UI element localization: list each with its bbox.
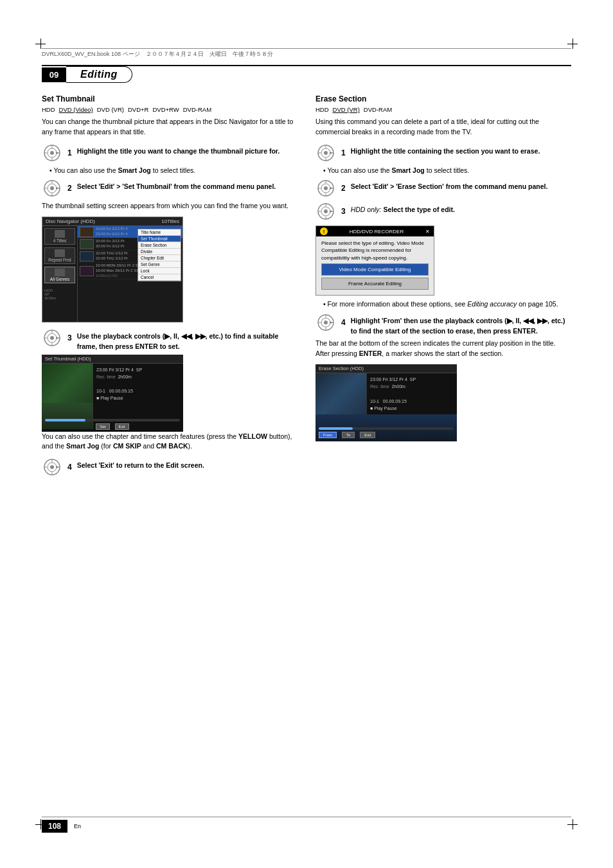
right-step1-number: 1 [341,143,346,163]
svg-point-2 [50,151,54,155]
page-number: 108 [42,820,67,833]
left-step1-text: Highlight the title you want to change t… [77,143,298,157]
left-step4-number: 4 [67,457,72,477]
left-step3-text: Use the playback controls (▶, II, ◀◀, ▶▶… [77,328,298,352]
titles-icon [55,230,65,238]
left-step2-number: 2 [67,178,72,199]
left-column: Set Thumbnail HDD DVD (Video) DVD (VR) D… [42,94,298,480]
thumb-status: ■ Play Pause [96,394,180,402]
compat-hdd: HDD [42,106,55,113]
exit-btn[interactable]: Exit [115,423,129,430]
erase-header: Erase Section (HDD) [315,364,457,373]
right-step2-icon [315,178,336,199]
set-thumbnail-screenshot: Set Thumbnail (HDD) 23:00 Fri 3/12 Pr 4 … [42,355,183,432]
hdd-dvd-dialog: ! HDD/DVD RECORDER ✕ Please select the t… [315,226,434,296]
left-step3-row: 3 Use the playback controls (▶, II, ◀◀, … [42,328,298,352]
left-section-heading: Set Thumbnail [42,94,298,103]
left-step4-row: 4 Select 'Exit' to return to the Edit sc… [42,457,298,477]
right-step4-text: Highlight 'From' then use the playback c… [351,312,571,337]
erase-section-screenshot: Erase Section (HDD) 23:00 Fri 3/12 Pr 4 … [315,364,457,441]
right-step3-note: For more information about these options… [323,299,571,310]
footer-bar: 108 En [42,817,571,833]
right-step2-text: Select 'Edit' > 'Erase Section' from the… [351,178,571,192]
disc-nav-header: Disc Navigator (HDD) 10Titles [42,217,182,226]
right-step2-number: 2 [341,178,346,199]
svg-marker-63 [330,321,333,324]
sidebar-item-titles: 4 Titles [44,228,75,245]
step2-icon [42,178,62,199]
ctx-erase-section: Erase Section [138,242,181,249]
thumb-time: 23:00 Fri 3/12 Pr 4 SP [96,366,180,373]
set-thumb-header: Set Thumbnail (HDD) [42,355,183,364]
left-step1-bullet: You can also use the Smart Jog to select… [49,166,298,176]
dialog-header: ! HDD/DVD RECORDER ✕ [316,226,434,236]
progress-bar-bg [45,419,180,421]
exit-section-btn[interactable]: Exit [360,432,375,438]
right-step1-text: Highlight the title containing the secti… [351,143,571,157]
svg-marker-23 [56,337,59,339]
svg-point-26 [50,465,54,469]
svg-point-18 [50,336,54,340]
erase-time: 23:00 Fri 3/12 Pr 4 SP [370,376,454,383]
entry-info-2: 20:00 Fri 3/12 Pr 20:00 Fri 3/12 Pr [96,239,125,249]
svg-point-42 [324,186,328,190]
right-step3-icon [315,201,336,222]
to-button[interactable]: To [342,432,355,438]
erase-position: 10-1 00.00.09.15 [370,398,454,405]
dialog-option-video-mode[interactable]: Video Mode Compatible Editing [321,263,429,276]
content-area: Set Thumbnail HDD DVD (Video) DVD (VR) D… [42,94,571,480]
left-step2-row: 2 Select 'Edit' > 'Set Thumbnail' from t… [42,178,298,199]
from-button[interactable]: From [319,432,337,438]
set-btn[interactable]: Set [96,423,109,430]
entry-info-3: 22:00 THU 2/12 Pr 22:00 THU 2/12 Pr [96,251,128,261]
disc-nav-sidebar: 4 Titles Repeat First All Genres HDDSP3h… [42,226,78,322]
right-step2-row: 2 Select 'Edit' > 'Erase Section' from t… [315,178,571,199]
dialog-body-text: Please select the type of editing. Video… [321,240,429,261]
right-step4-number: 4 [341,312,346,333]
left-step3-number: 3 [67,328,72,348]
ctx-cancel: Cancel [138,274,181,281]
right-compat-dvdram: DVD-RAM [364,106,392,113]
sidebar-hdd: HDDSP3h30m [44,288,75,300]
svg-marker-39 [330,152,333,154]
erase-status: ■ Play Pause [370,405,454,412]
step4-icon [42,457,62,477]
dialog-option-frame-accurate[interactable]: Frame Accurate Editing [321,278,429,290]
left-intro: You can change the thumbnail picture tha… [42,117,298,137]
thumb-rec-label: Rec. time 2h00m [96,373,180,380]
genres-icon [55,269,65,276]
svg-marker-47 [330,187,333,190]
left-compat-line: HDD DVD (Video) DVD (VR) DVD+R DVD+RW DV… [42,106,298,113]
compat-dvd-vr: DVD (VR) [97,106,124,113]
dialog-title: HDD/DVD RECORDER [350,229,404,235]
svg-marker-7 [56,152,59,154]
sidebar-item-genres: All Genres [44,267,75,283]
left-step1-row: 1 Highlight the title you want to change… [42,143,298,163]
svg-marker-31 [56,466,59,468]
chapter-title: Editing [66,66,132,83]
entry-info-4: 10:00 MON 29/11 Pr 2 SP 19:00 Mon 29/11 … [96,263,141,278]
svg-point-34 [324,151,328,155]
right-step3-row: 3 HDD only: Select the type of edit. [315,201,571,222]
page-lang: En [71,823,81,829]
entry-thumb-1 [80,227,94,237]
svg-point-58 [324,321,328,324]
entry-thumb-3 [80,251,94,261]
ctx-title-name: Title Name [138,229,181,236]
right-step4-row: 4 Highlight 'From' then use the playback… [315,312,571,337]
disc-nav-main: 23:00 Fri 3/12 Pr 4 23:00 Fri 3/12 Pr 4 … [78,226,182,322]
erase-rec-label: Rec. time 2h00m [370,383,454,390]
svg-marker-15 [56,187,59,190]
right-step3-text: HDD only: Select the type of edit. [351,201,571,215]
left-step2-text: Select 'Edit' > 'Set Thumbnail' from the… [77,178,298,192]
ctx-set-genre: Set Genre [138,261,181,268]
entry-thumb-2 [80,239,94,249]
right-compat-dvd-vr: DVD (VR) [333,106,360,113]
left-step1-number: 1 [67,143,72,163]
right-section-heading: Erase Section [315,94,571,103]
context-menu: Title Name Set Thumbnail Erase Section D… [138,229,181,281]
ctx-set-thumbnail: Set Thumbnail [138,236,181,242]
right-column: Erase Section HDD DVD (VR) DVD-RAM Using… [315,94,571,480]
step3-note: You can also use the chapter and time se… [42,432,298,452]
crosshair-tr [567,39,578,49]
